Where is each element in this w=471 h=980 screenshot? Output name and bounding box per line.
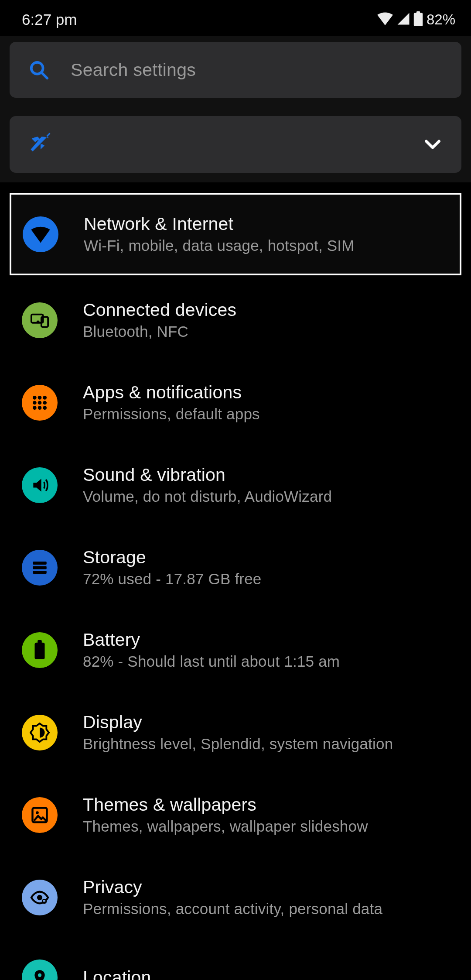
- wifi-off-icon: [29, 132, 52, 157]
- settings-item-privacy[interactable]: Privacy Permissions, account activity, p…: [0, 856, 471, 939]
- svg-point-15: [33, 406, 37, 410]
- svg-rect-1: [416, 11, 420, 14]
- settings-item-location[interactable]: Location: [0, 939, 471, 980]
- settings-item-title: Sound & vibration: [83, 465, 332, 485]
- privacy-icon: [22, 880, 58, 915]
- settings-item-connected-devices[interactable]: Connected devices Bluetooth, NFC: [0, 279, 471, 361]
- settings-top-block: Search settings: [0, 36, 471, 182]
- settings-list: Network & Internet Wi-Fi, mobile, data u…: [0, 182, 471, 980]
- settings-item-title: Privacy: [83, 877, 382, 898]
- sound-icon: [22, 467, 58, 503]
- suggestion-expand-card[interactable]: [10, 116, 461, 173]
- devices-icon: [22, 302, 58, 338]
- settings-item-subtitle: Bluetooth, NFC: [83, 323, 236, 340]
- search-icon: [29, 60, 49, 80]
- settings-item-title: Themes & wallpapers: [83, 795, 368, 815]
- svg-point-29: [38, 973, 41, 977]
- svg-point-8: [37, 320, 40, 323]
- settings-item-subtitle: Wi-Fi, mobile, data usage, hotspot, SIM: [84, 237, 355, 254]
- status-time: 6:27 pm: [22, 11, 77, 28]
- settings-item-title: Apps & notifications: [83, 382, 260, 403]
- svg-point-26: [37, 894, 42, 900]
- svg-rect-20: [33, 571, 47, 574]
- settings-item-title: Connected devices: [83, 300, 236, 320]
- svg-point-10: [38, 396, 42, 400]
- settings-item-storage[interactable]: Storage 72% used - 17.87 GB free: [0, 526, 471, 609]
- settings-item-display[interactable]: Display Brightness level, Splendid, syst…: [0, 691, 471, 774]
- svg-point-25: [36, 811, 39, 814]
- search-settings-box[interactable]: Search settings: [10, 42, 461, 98]
- settings-item-subtitle: Volume, do not disturb, AudioWizard: [83, 488, 332, 505]
- settings-item-title: Display: [83, 712, 393, 733]
- settings-item-subtitle: Permissions, default apps: [83, 405, 260, 423]
- svg-point-13: [38, 401, 42, 404]
- settings-item-subtitle: Themes, wallpapers, wallpaper slideshow: [83, 818, 368, 835]
- status-right-icons: 82%: [377, 11, 455, 28]
- svg-line-4: [42, 73, 47, 78]
- settings-item-title: Location: [83, 967, 151, 980]
- storage-icon: [22, 550, 58, 586]
- search-placeholder: Search settings: [71, 60, 196, 80]
- wifi-icon: [377, 12, 393, 27]
- settings-item-themes[interactable]: Themes & wallpapers Themes, wallpapers, …: [0, 774, 471, 856]
- svg-point-14: [43, 401, 47, 404]
- apps-icon: [22, 385, 58, 421]
- settings-item-title: Battery: [83, 630, 340, 650]
- svg-point-16: [38, 406, 42, 410]
- settings-item-subtitle: 82% - Should last until about 1:15 am: [83, 653, 340, 670]
- chevron-down-icon: [423, 135, 442, 154]
- location-icon: [22, 959, 58, 980]
- svg-point-12: [33, 401, 37, 404]
- svg-rect-19: [33, 566, 47, 569]
- settings-item-sound[interactable]: Sound & vibration Volume, do not disturb…: [0, 444, 471, 526]
- svg-point-11: [43, 396, 47, 400]
- cellular-icon: [396, 12, 411, 27]
- svg-point-17: [43, 406, 47, 410]
- settings-item-subtitle: Brightness level, Splendid, system navig…: [83, 735, 393, 753]
- wifi-icon: [23, 216, 58, 252]
- settings-item-subtitle: Permissions, account activity, personal …: [83, 900, 382, 918]
- settings-item-network[interactable]: Network & Internet Wi-Fi, mobile, data u…: [10, 193, 461, 275]
- settings-item-title: Network & Internet: [84, 214, 355, 234]
- svg-rect-21: [35, 642, 45, 659]
- settings-item-apps[interactable]: Apps & notifications Permissions, defaul…: [0, 361, 471, 444]
- status-battery-text: 82%: [427, 11, 455, 28]
- settings-item-subtitle: 72% used - 17.87 GB free: [83, 570, 262, 588]
- svg-rect-18: [33, 562, 47, 565]
- battery-icon: [413, 11, 423, 28]
- svg-rect-28: [43, 900, 45, 901]
- brightness-icon: [22, 715, 58, 750]
- settings-item-battery[interactable]: Battery 82% - Should last until about 1:…: [0, 609, 471, 691]
- battery-icon: [22, 632, 58, 668]
- svg-point-9: [33, 396, 37, 400]
- status-bar: 6:27 pm 82%: [0, 0, 471, 36]
- svg-rect-22: [38, 640, 42, 644]
- settings-item-title: Storage: [83, 547, 262, 568]
- wallpaper-icon: [22, 797, 58, 833]
